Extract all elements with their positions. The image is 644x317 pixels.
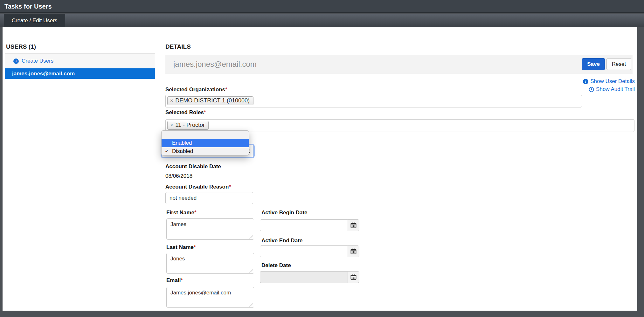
required-asterisk: * (225, 86, 227, 93)
users-heading: USERS (1) (6, 43, 36, 50)
account-disable-reason-input[interactable] (165, 192, 253, 204)
required-asterisk: * (229, 184, 231, 190)
dropdown-option-enabled[interactable]: Enabled (162, 139, 249, 147)
top-bar: Tasks for Users (0, 0, 644, 13)
page-title: Tasks for Users (4, 0, 52, 13)
app-window: Tasks for Users + Add Task Previous Task… (0, 0, 644, 317)
create-users-link[interactable]: + Create Users (5, 54, 155, 68)
delete-date-label: Delete Date (261, 262, 291, 269)
show-audit-trail-link[interactable]: Show Audit Trail (589, 86, 635, 93)
selected-roles-input[interactable]: × 11 - Proctor (165, 119, 634, 132)
account-disable-reason-label: Account Disable Reason* (165, 184, 231, 190)
account-disable-date-label: Account Disable Date (165, 163, 221, 170)
required-asterisk: * (204, 109, 206, 115)
role-tag-label: 11 - Proctor (175, 122, 205, 128)
show-audit-trail-label: Show Audit Trail (596, 86, 635, 93)
selected-roles-label: Selected Roles* (165, 109, 206, 116)
account-status-dropdown-menu: Enabled ✓ Disabled (161, 130, 249, 155)
user-email-display: james.jones@email.com (173, 55, 257, 74)
delete-date-group (260, 271, 359, 283)
reset-button[interactable]: Reset (606, 58, 631, 70)
remove-tag-icon[interactable]: × (170, 122, 173, 128)
tab-bar (0, 14, 644, 27)
calendar-icon (350, 222, 357, 228)
dropdown-option-blank[interactable] (162, 131, 249, 139)
delete-date-calendar-button[interactable] (348, 271, 359, 283)
create-users-label: Create Users (22, 58, 53, 64)
first-name-label: First Name* (166, 210, 197, 216)
active-end-date-input[interactable] (260, 245, 348, 257)
user-list: + Create Users james.jones@email.com (5, 53, 155, 79)
delete-date-input (260, 271, 348, 283)
calendar-icon (350, 274, 357, 280)
email-textarea[interactable]: James.jones@email.com (166, 287, 254, 308)
tab-create-edit-users[interactable]: Create / Edit Users (4, 14, 65, 27)
active-begin-date-calendar-button[interactable] (348, 219, 359, 231)
details-header-bar: james.jones@email.com Save Reset (165, 55, 633, 74)
user-list-item-selected[interactable]: james.jones@email.com (5, 68, 155, 79)
tab-label: Create / Edit Users (12, 17, 58, 24)
remove-tag-icon[interactable]: × (170, 98, 173, 104)
selected-check-icon: ✓ (165, 147, 169, 155)
email-label: Email* (166, 277, 183, 284)
required-asterisk: * (194, 244, 196, 250)
first-name-textarea[interactable]: James (166, 218, 254, 240)
last-name-label: Last Name* (166, 244, 196, 251)
details-heading: DETAILS (165, 43, 191, 50)
info-icon: i (583, 79, 588, 84)
required-asterisk: * (181, 277, 183, 283)
calendar-icon (350, 248, 357, 254)
active-begin-date-group (260, 219, 359, 231)
active-begin-date-input[interactable] (260, 219, 348, 231)
selected-organizations-input[interactable]: × DEMO DISTRICT 1 (010000) (165, 95, 582, 107)
active-end-date-calendar-button[interactable] (348, 245, 359, 257)
save-button[interactable]: Save (582, 58, 605, 70)
active-end-date-label: Active End Date (261, 238, 302, 244)
last-name-textarea[interactable]: Jones (166, 253, 254, 274)
show-user-details-label: Show User Details (590, 78, 635, 85)
role-tag: × 11 - Proctor (167, 121, 209, 130)
organization-tag: × DEMO DISTRICT 1 (010000) (167, 96, 253, 105)
dropdown-option-disabled[interactable]: ✓ Disabled (162, 147, 249, 155)
required-asterisk: * (194, 210, 197, 216)
active-begin-date-label: Active Begin Date (261, 210, 308, 216)
active-end-date-group (260, 245, 359, 257)
clock-icon (589, 87, 594, 92)
selected-organizations-label: Selected Organizations* (165, 86, 227, 93)
account-disable-date-value: 08/06/2018 (165, 173, 192, 179)
organization-tag-label: DEMO DISTRICT 1 (010000) (175, 97, 250, 104)
plus-circle-icon: + (13, 59, 19, 64)
bottom-frame-bar (0, 311, 644, 317)
show-user-details-link[interactable]: i Show User Details (583, 78, 635, 85)
